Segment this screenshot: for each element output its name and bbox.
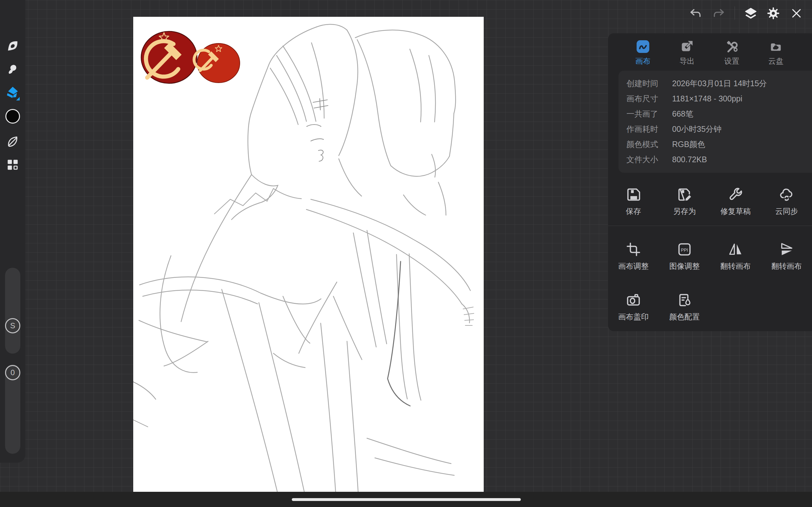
cloud-sync-icon [778, 186, 795, 203]
info-label: 文件大小 [626, 154, 672, 165]
layers-icon [745, 7, 757, 20]
tab-export-label: 导出 [679, 56, 695, 66]
pen-nib-icon [6, 39, 20, 53]
color-profile-label: 颜色配置 [669, 312, 700, 322]
info-row-file-size: 文件大小 800.72KB [618, 152, 812, 167]
info-value: 1181×1748 - 300ppi [672, 94, 742, 103]
cloud-sync-label: 云同步 [775, 206, 798, 216]
tab-cloud-drive[interactable]: 云盘 [757, 40, 795, 66]
home-indicator-handle[interactable] [292, 498, 521, 501]
info-value: 2026年03月01日 14时15分 [672, 78, 767, 89]
info-value: RGB颜色 [672, 139, 705, 150]
settings-button[interactable] [767, 7, 780, 20]
undo-button[interactable] [689, 7, 701, 20]
pen-tool-button[interactable] [3, 37, 22, 55]
flip-horizontal-icon [727, 241, 744, 258]
slider-handle-s[interactable]: S [5, 318, 20, 333]
info-row-created: 创建时间 2026年03月01日 14时15分 [618, 76, 812, 91]
info-row-size: 画布尺寸 1181×1748 - 300ppi [618, 91, 812, 106]
bottom-bar [0, 492, 812, 507]
canvas-info-card: 创建时间 2026年03月01日 14时15分 画布尺寸 1181×1748 -… [618, 71, 812, 173]
repair-draft-button[interactable]: 修复草稿 [710, 186, 761, 216]
app-screen: S 0 [0, 0, 812, 507]
slider-handle-0-label: 0 [10, 368, 14, 377]
leaf-icon [6, 135, 20, 149]
tab-canvas-label: 画布 [635, 56, 651, 66]
color-profile-icon [676, 291, 693, 308]
cloud-drive-icon [768, 40, 783, 54]
color-profile-button[interactable]: 颜色配置 [659, 291, 710, 322]
info-row-strokes: 一共画了 668笔 [618, 106, 812, 121]
smudge-tool-button[interactable] [3, 60, 22, 78]
svg-text:PPI: PPI [681, 247, 688, 252]
save-button[interactable]: 保存 [608, 186, 659, 216]
tab-canvas[interactable]: 画布 [624, 40, 662, 66]
slider-handle-s-label: S [10, 321, 15, 330]
image-adjust-button[interactable]: PPI 图像调整 [659, 241, 710, 271]
image-adjust-label: 图像调整 [669, 261, 700, 271]
repair-draft-icon [727, 186, 744, 203]
close-icon [790, 7, 803, 20]
drawing-canvas[interactable] [133, 17, 484, 492]
info-row-color-mode: 颜色模式 RGB颜色 [618, 136, 812, 152]
toolbar-divider [734, 6, 735, 20]
export-icon [680, 40, 694, 54]
slider-handle-0[interactable]: 0 [5, 365, 20, 380]
tab-settings[interactable]: 设置 [713, 40, 751, 66]
info-value: 800.72KB [672, 155, 707, 164]
image-adjust-icon: PPI [676, 241, 693, 258]
undo-icon [689, 7, 701, 20]
redo-button[interactable] [713, 7, 726, 20]
save-as-button[interactable]: 另存为 [659, 186, 710, 216]
canvas-stamp-label: 画布盖印 [618, 312, 649, 322]
canvas-adjust-icon [625, 241, 642, 258]
soviet-countryball-small [194, 43, 240, 83]
panel-divider [608, 226, 812, 226]
save-label: 保存 [626, 206, 641, 216]
canvas-tab-icon [636, 40, 650, 54]
cloud-sync-button[interactable]: 云同步 [761, 186, 812, 216]
flip-vertical-icon [778, 241, 795, 258]
close-button[interactable] [790, 7, 803, 20]
panels-grid-button[interactable] [3, 155, 22, 174]
info-label: 创建时间 [626, 78, 672, 89]
info-value: 00小时35分钟 [672, 124, 722, 134]
smudge-finger-icon [6, 62, 20, 76]
save-icon [625, 186, 642, 203]
save-as-label: 另存为 [673, 206, 696, 216]
redo-icon [713, 7, 726, 20]
info-value: 668笔 [672, 109, 693, 119]
current-color-swatch[interactable] [5, 109, 20, 124]
info-label: 画布尺寸 [626, 94, 672, 104]
settings-tools-icon [724, 40, 739, 54]
canvas-adjust-button[interactable]: 画布调整 [608, 241, 659, 271]
tab-export[interactable]: 导出 [668, 40, 706, 66]
info-row-time-spent: 作画耗时 00小时35分钟 [618, 121, 812, 136]
brush-size-slider[interactable] [5, 268, 20, 354]
grid-2x2-icon [6, 158, 19, 171]
soviet-countryball-large [141, 32, 197, 83]
left-toolbar: S 0 [0, 0, 26, 463]
flip-canvas-horizontal-button[interactable]: 翻转画布 [710, 241, 761, 271]
canvas-stamp-button[interactable]: 画布盖印 [608, 291, 659, 322]
layers-button[interactable] [745, 7, 757, 20]
info-label: 颜色模式 [626, 139, 672, 150]
canvas-info-panel: 画布 导出 [608, 33, 812, 331]
info-label: 一共画了 [626, 109, 672, 119]
canvas-stamp-icon [625, 291, 642, 308]
eraser-tool-button[interactable] [3, 83, 22, 102]
repair-draft-label: 修复草稿 [720, 206, 751, 216]
top-toolbar [682, 0, 812, 29]
flip-canvas-vertical-button[interactable]: 翻转画布 [761, 241, 812, 271]
flip-canvas-vertical-label: 翻转画布 [771, 261, 802, 271]
leaf-tool-button[interactable] [3, 132, 22, 151]
info-label: 作画耗时 [626, 124, 672, 134]
tool-submenu-indicator [16, 97, 20, 101]
canvas-adjust-label: 画布调整 [618, 261, 649, 271]
tab-settings-label: 设置 [724, 56, 740, 66]
save-as-icon [676, 186, 693, 203]
tab-cloud-drive-label: 云盘 [768, 56, 783, 66]
gear-icon [767, 7, 780, 20]
sketch-drawing [133, 17, 484, 492]
flip-canvas-horizontal-label: 翻转画布 [720, 261, 751, 271]
